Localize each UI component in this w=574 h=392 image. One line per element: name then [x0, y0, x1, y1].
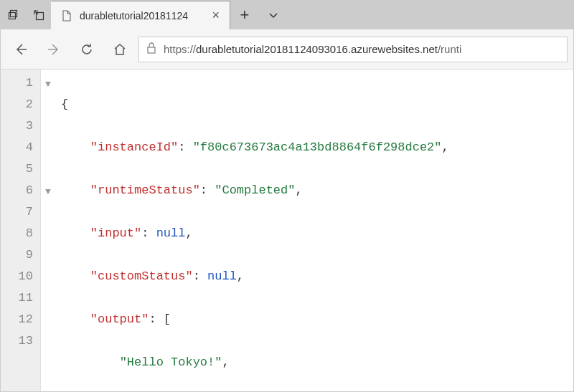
code-content[interactable]: { "instanceId": "f80c673673ac4a13bd8864f… [61, 70, 573, 391]
json-key: "input" [90, 226, 141, 240]
line-number: 4 [1, 137, 33, 158]
json-string: "Completed" [215, 183, 295, 197]
json-viewer: 1 2 3 4 5 6 7 8 9 10 11 12 13 ▼ ▼ { "ins… [1, 70, 573, 391]
line-number: 7 [1, 201, 33, 223]
line-number: 8 [1, 223, 33, 244]
svg-rect-1 [9, 13, 15, 19]
line-number: 13 [1, 330, 33, 352]
new-tab-button[interactable]: + [230, 1, 259, 29]
tab-close-icon[interactable]: × [209, 8, 222, 23]
json-key: "instanceId" [90, 140, 178, 154]
line-number: 10 [1, 266, 33, 287]
json-string: "f80c673673ac4a13bd8864f6f298dce2" [193, 140, 442, 154]
url-path: /runti [438, 43, 461, 55]
json-key: "output" [90, 312, 149, 326]
tabs-dropdown-icon[interactable] [259, 1, 288, 29]
line-number: 9 [1, 244, 33, 266]
json-string: "Hello Tokyo!" [120, 355, 222, 369]
line-number: 5 [1, 158, 33, 180]
line-number: 1 [1, 72, 33, 94]
fold-toggle-icon[interactable]: ▼ [45, 181, 51, 203]
back-button[interactable] [6, 35, 35, 64]
line-number: 12 [1, 309, 33, 330]
json-null: null [156, 226, 186, 240]
forward-button[interactable] [39, 35, 68, 64]
svg-rect-3 [148, 47, 155, 53]
tab-title: durabletutorial20181124 [80, 10, 202, 21]
window-setaside-icon[interactable] [26, 1, 51, 29]
url-host: durabletutorial20181124093016.azurewebsi… [196, 43, 438, 55]
window-duplicate-icon[interactable] [1, 1, 26, 29]
fold-column: ▼ ▼ [41, 70, 61, 391]
line-number: 6 [1, 180, 33, 201]
lock-icon [146, 42, 156, 57]
titlebar: durabletutorial20181124 × + [1, 1, 573, 29]
home-button[interactable] [105, 35, 134, 64]
line-number: 3 [1, 115, 33, 137]
navbar: https://durabletutorial20181124093016.az… [1, 29, 573, 70]
fold-toggle-icon[interactable]: ▼ [45, 74, 51, 95]
json-null: null [207, 269, 237, 283]
line-number: 11 [1, 287, 33, 309]
line-number-gutter: 1 2 3 4 5 6 7 8 9 10 11 12 13 [1, 70, 41, 391]
refresh-button[interactable] [72, 35, 101, 64]
file-icon [61, 10, 72, 21]
json-key: "runtimeStatus" [90, 183, 200, 197]
url-scheme: https:// [164, 43, 196, 55]
browser-tab[interactable]: durabletutorial20181124 × [51, 1, 230, 29]
json-key: "customStatus" [90, 269, 193, 283]
svg-rect-0 [10, 11, 17, 17]
line-number: 2 [1, 94, 33, 115]
address-bar[interactable]: https://durabletutorial20181124093016.az… [138, 37, 568, 62]
url-text: https://durabletutorial20181124093016.az… [164, 43, 461, 55]
